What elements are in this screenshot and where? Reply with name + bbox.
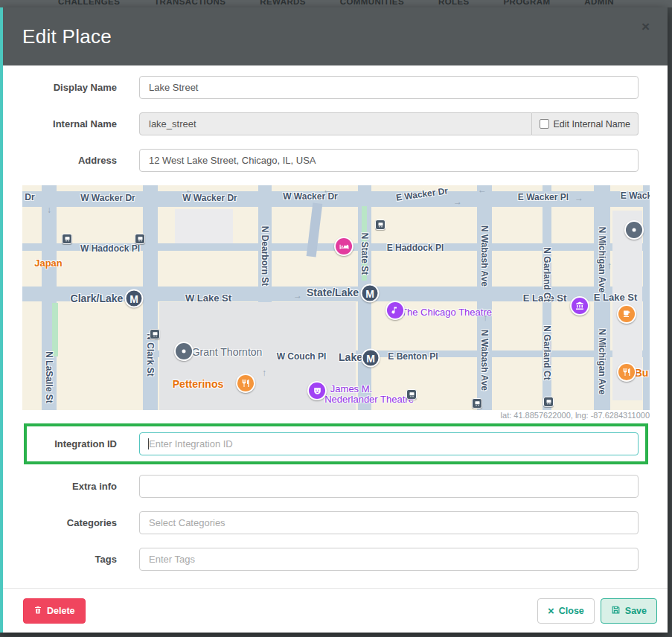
edit-internal-name-checkbox[interactable] <box>540 119 549 129</box>
direction-arrow-icon: ↑ <box>607 260 612 271</box>
pin-icon-glyph <box>626 222 642 238</box>
map-coordinates: lat: 41.8857622000, lng: -87.6284311000 <box>3 411 650 421</box>
metro-station-icon: M <box>361 284 380 303</box>
nav-item: CHALLENGES <box>58 0 120 4</box>
direction-arrow-icon: → <box>453 196 462 207</box>
direction-arrow-icon: → <box>575 193 583 203</box>
internal-name-label: Internal Name <box>22 118 117 129</box>
address-row: Address <box>22 149 639 172</box>
nav-item: ADMIN <box>584 0 614 4</box>
tags-input[interactable] <box>139 548 639 571</box>
pin-icon <box>624 220 644 240</box>
direction-arrow-icon: ← <box>323 185 332 195</box>
map-poi-label: Bu <box>635 367 649 379</box>
close-button-label: Close <box>559 606 584 616</box>
map-street-label: E Lake St <box>594 292 638 303</box>
direction-arrow-icon: → <box>293 290 302 301</box>
hotel-icon <box>334 237 353 256</box>
map-street-label: Lake <box>339 351 362 363</box>
nav-item: PROGRAM <box>504 0 551 4</box>
map-street-label: N Wabash Ave <box>479 225 490 287</box>
edit-internal-name-label: Edit Internal Name <box>553 119 630 129</box>
pin-icon-glyph <box>176 343 192 359</box>
metro-station-icon: M <box>362 349 380 368</box>
internal-name-row: Internal Name Edit Internal Name <box>22 112 639 135</box>
bus-stop-icon <box>472 398 482 409</box>
music-icon-glyph <box>387 302 403 318</box>
floppy-icon <box>611 605 621 617</box>
map-street-label: N LaSalle St <box>44 351 54 403</box>
direction-arrow-icon: ↓ <box>47 205 51 215</box>
bus-stop-icon <box>543 397 554 407</box>
restaurant-icon-glyph <box>618 364 635 380</box>
map-street-label: N Wabash Ave <box>479 330 490 391</box>
cafe-icon-glyph <box>618 306 635 322</box>
nav-item: REWARDS <box>260 0 306 4</box>
address-input[interactable] <box>139 149 639 172</box>
map-street-label: E Haddock Pl <box>387 243 444 253</box>
map-street-label: W Lake St <box>185 292 231 304</box>
museum-icon <box>570 296 589 316</box>
music-icon <box>385 301 405 320</box>
modal-footer: Delete × Close Save <box>3 588 668 633</box>
direction-arrow-icon: ↑ <box>483 313 487 323</box>
map-street-label: State/Lake <box>307 287 359 298</box>
delete-button[interactable]: Delete <box>23 598 86 624</box>
map-poi-label: Nederlander Theatre <box>324 394 414 405</box>
map-street-label: E Wacker Pl <box>518 192 569 202</box>
bus-stop-icon <box>375 220 385 230</box>
hotel-icon-glyph <box>336 238 352 255</box>
direction-arrow-icon: ← <box>478 185 487 195</box>
map-street-label: E Benton Pl <box>388 351 438 362</box>
pin-icon <box>174 342 193 361</box>
categories-row: Categories <box>22 511 639 534</box>
map-street-label: N Michigan Ave <box>597 227 607 292</box>
map-street-label: W Couch Pl <box>277 351 327 362</box>
edit-internal-name-addon: Edit Internal Name <box>532 112 639 135</box>
extra-info-input[interactable] <box>139 475 639 498</box>
close-icon[interactable]: × <box>641 19 650 33</box>
highlight-annotation: Integration ID <box>24 423 648 464</box>
map-street-label: Dr <box>25 192 34 202</box>
bus-stop-icon <box>406 389 417 400</box>
tags-label: Tags <box>22 554 117 565</box>
map-street-label: N Garland Ct <box>542 247 552 301</box>
close-button[interactable]: × Close <box>537 598 595 624</box>
map-street-label: N State St <box>359 233 370 275</box>
modal-title: Edit Place <box>22 25 112 48</box>
map-canvas[interactable]: DrW Wacker DrW Wacker DrW Wacker DrE Wac… <box>22 185 650 410</box>
trash-icon <box>33 605 42 617</box>
masks-icon-glyph <box>309 382 325 399</box>
bus-stop-icon <box>62 234 72 244</box>
map-street-label: N Garland Ct <box>542 325 552 380</box>
categories-input[interactable] <box>139 511 639 534</box>
map-poi-label: Petterinos <box>173 378 223 390</box>
map-block <box>52 303 58 356</box>
integration-id-label: Integration ID <box>27 438 117 449</box>
map-road <box>143 185 158 410</box>
metro-station-icon: M <box>125 289 144 308</box>
display-name-input[interactable] <box>139 76 639 99</box>
map-poi-label: Japan <box>34 257 63 269</box>
map-street-label: W Haddock Pl <box>80 243 140 254</box>
map-street-label: N Dearborn St <box>260 226 270 287</box>
extra-info-label: Extra info <box>22 481 117 492</box>
modal-body: Display Name Internal Name Edit Internal… <box>3 65 668 571</box>
map-street-label: Clark/Lake <box>71 292 124 304</box>
direction-arrow-icon: ← <box>185 185 194 195</box>
direction-arrow-icon: ↑ <box>262 368 266 378</box>
nav-item: ROLES <box>438 0 470 4</box>
integration-id-row: Integration ID <box>27 426 645 461</box>
museum-icon-glyph <box>572 298 588 314</box>
map-poi-label: The Chicago Theatre <box>401 307 492 318</box>
x-icon: × <box>548 605 554 616</box>
delete-button-label: Delete <box>47 606 75 616</box>
internal-name-input <box>139 112 532 135</box>
integration-id-input[interactable] <box>139 432 639 455</box>
map-street-label: W Wacker Dr <box>80 193 135 203</box>
save-button[interactable]: Save <box>601 598 657 624</box>
edit-place-modal: Edit Place × Display Name Internal Name … <box>0 7 668 633</box>
categories-label: Categories <box>22 517 117 528</box>
background-navbar: CHALLENGESTRANSACTIONSREWARDSCOMMUNITIES… <box>0 0 672 7</box>
modal-header: Edit Place × <box>3 7 668 65</box>
